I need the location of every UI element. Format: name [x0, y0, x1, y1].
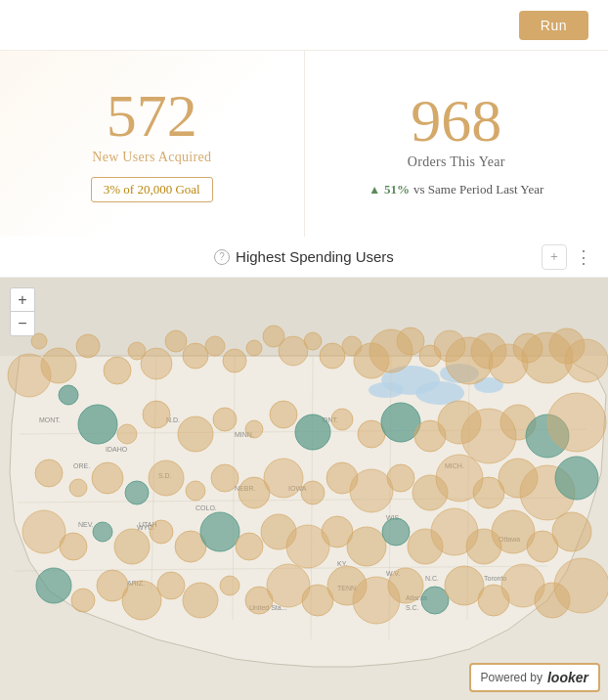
- map-title-text: Highest Spending Users: [236, 248, 394, 265]
- svg-point-113: [236, 533, 263, 560]
- svg-point-99: [387, 464, 414, 492]
- svg-point-90: [125, 481, 149, 504]
- more-options-button[interactable]: ⋮: [575, 246, 592, 268]
- svg-point-89: [92, 462, 123, 494]
- svg-point-125: [36, 568, 71, 603]
- kpi-users-label: New Users Acquired: [92, 150, 211, 165]
- kpi-row: 572 New Users Acquired 3% of 20,000 Goal…: [0, 51, 608, 237]
- map-actions: + ⋮: [542, 244, 592, 270]
- zoom-out-button[interactable]: −: [11, 312, 34, 335]
- kpi-users-sublabel: 3% of 20,000 Goal: [91, 177, 213, 202]
- run-button[interactable]: Run: [519, 11, 588, 40]
- svg-point-110: [150, 520, 173, 544]
- svg-point-109: [114, 529, 150, 564]
- svg-point-55: [304, 332, 322, 350]
- svg-point-49: [183, 343, 208, 369]
- help-icon[interactable]: ?: [214, 249, 230, 265]
- kpi-card-orders: 968 Orders This Year ▲ 51% vs Same Perio…: [305, 51, 609, 237]
- zoom-in-button[interactable]: +: [11, 288, 34, 312]
- map-container: ORE. IDAHO MONT. N.D. S.D. MINN. ONT. NE…: [0, 278, 608, 700]
- svg-text:MONT.: MONT.: [39, 416, 61, 423]
- svg-point-91: [149, 460, 184, 496]
- svg-point-72: [143, 401, 170, 428]
- svg-point-56: [320, 343, 345, 369]
- kpi-orders-number: 968: [411, 90, 501, 151]
- kpi-orders-trend: ▲ 51% vs Same Period Last Year: [369, 182, 543, 197]
- trend-label: vs Same Period Last Year: [413, 182, 543, 197]
- svg-point-138: [421, 587, 449, 614]
- svg-text:NEV.: NEV.: [78, 521, 94, 528]
- svg-point-128: [122, 581, 161, 620]
- kpi-card-users: 572 New Users Acquired 3% of 20,000 Goal: [0, 51, 305, 237]
- svg-text:S.C.: S.C.: [406, 604, 419, 611]
- svg-point-131: [220, 576, 239, 595]
- svg-point-43: [8, 354, 51, 397]
- svg-text:ORE.: ORE.: [73, 462, 90, 469]
- svg-point-86: [547, 393, 606, 452]
- svg-point-69: [565, 339, 608, 382]
- svg-point-52: [246, 340, 262, 356]
- trend-arrow-icon: ▲: [369, 183, 380, 197]
- svg-point-6: [369, 382, 404, 398]
- svg-point-118: [382, 518, 410, 546]
- svg-point-92: [186, 481, 205, 501]
- svg-point-112: [200, 512, 239, 551]
- svg-point-71: [117, 424, 137, 444]
- svg-point-87: [35, 459, 63, 487]
- kpi-orders-label: Orders This Year: [408, 154, 505, 170]
- map-title: ? Highest Spending Users: [214, 248, 394, 265]
- kpi-users-number: 572: [107, 85, 197, 146]
- header-bar: Run: [0, 0, 608, 51]
- svg-point-50: [205, 336, 225, 356]
- svg-point-126: [71, 589, 95, 612]
- svg-point-88: [69, 479, 87, 497]
- svg-text:N.C.: N.C.: [425, 575, 439, 582]
- svg-text:IDAHO: IDAHO: [106, 446, 128, 453]
- svg-point-95: [264, 459, 303, 498]
- svg-point-105: [555, 457, 598, 500]
- svg-point-143: [554, 558, 608, 613]
- svg-point-117: [347, 527, 386, 566]
- looker-brand: looker: [547, 670, 588, 685]
- svg-point-76: [270, 401, 297, 428]
- zoom-controls: + −: [10, 287, 35, 336]
- powered-text: Powered by: [481, 671, 543, 684]
- svg-point-51: [223, 349, 246, 372]
- svg-point-45: [104, 357, 131, 384]
- powered-by-footer: Powered by looker: [469, 663, 600, 692]
- svg-point-74: [213, 408, 237, 431]
- svg-point-124: [552, 512, 591, 551]
- svg-point-70: [78, 405, 117, 444]
- svg-point-130: [183, 583, 218, 618]
- svg-point-137: [388, 568, 423, 603]
- svg-point-106: [22, 510, 65, 553]
- svg-point-108: [93, 522, 112, 542]
- svg-point-44: [59, 385, 78, 405]
- map-section: ? Highest Spending Users + ⋮: [0, 237, 608, 700]
- svg-point-54: [279, 336, 308, 366]
- svg-point-75: [245, 420, 263, 438]
- svg-point-129: [157, 572, 185, 599]
- svg-point-77: [295, 415, 330, 450]
- svg-point-73: [178, 416, 213, 452]
- svg-point-47: [141, 348, 172, 379]
- alert-button[interactable]: +: [542, 244, 567, 270]
- map-header: ? Highest Spending Users + ⋮: [0, 237, 608, 278]
- svg-point-78: [331, 409, 353, 430]
- svg-point-107: [60, 533, 87, 560]
- svg-point-96: [301, 481, 325, 504]
- svg-point-93: [211, 464, 239, 492]
- svg-point-98: [350, 469, 393, 512]
- map-svg: ORE. IDAHO MONT. N.D. S.D. MINN. ONT. NE…: [0, 278, 608, 700]
- svg-text:COLO.: COLO.: [195, 504, 217, 511]
- svg-point-41: [76, 334, 100, 358]
- svg-point-48: [165, 330, 187, 352]
- trend-percentage: 51%: [384, 182, 410, 197]
